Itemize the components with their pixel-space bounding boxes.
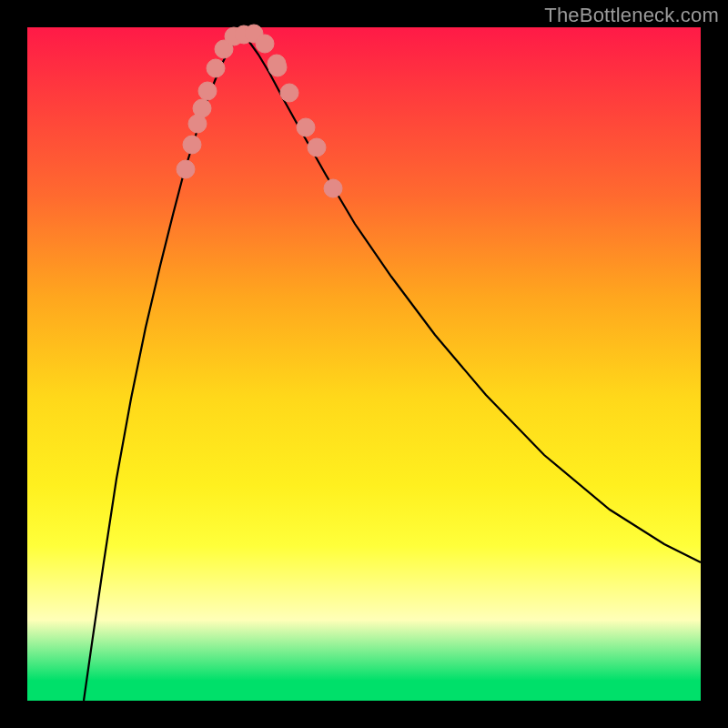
marker-dot xyxy=(268,58,287,76)
marker-group xyxy=(177,25,342,197)
marker-dot xyxy=(198,82,217,100)
chart-svg xyxy=(27,27,701,701)
plot-area xyxy=(27,27,701,701)
marker-dot xyxy=(324,179,342,197)
curve-right xyxy=(241,33,701,562)
watermark-text: TheBottleneck.com xyxy=(544,4,719,27)
curve-left xyxy=(84,33,241,701)
marker-dot xyxy=(297,118,315,136)
marker-dot xyxy=(183,136,201,154)
marker-dot xyxy=(177,160,195,178)
marker-dot xyxy=(308,138,326,157)
chart-frame: TheBottleneck.com xyxy=(0,0,728,728)
marker-dot xyxy=(207,59,225,77)
marker-dot xyxy=(256,35,274,53)
marker-dot xyxy=(280,84,298,102)
marker-dot xyxy=(193,99,211,117)
